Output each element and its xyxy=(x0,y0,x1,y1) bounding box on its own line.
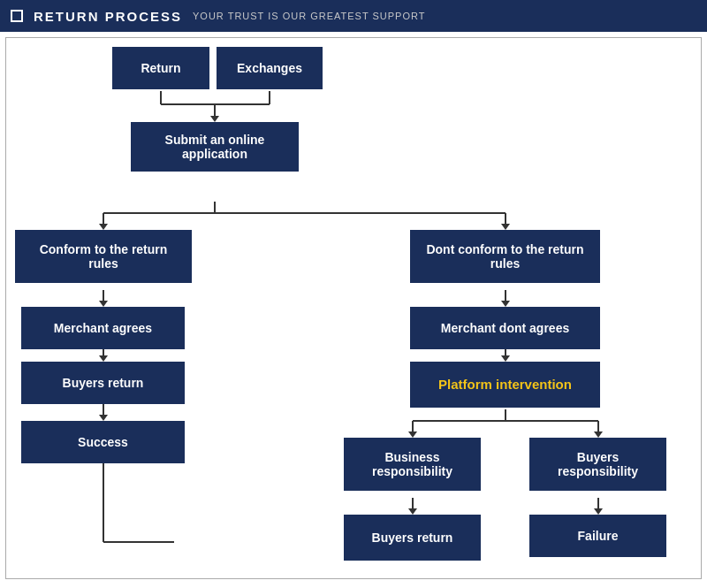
buyers-return-label: Buyers return xyxy=(21,362,185,404)
return-label: Return xyxy=(112,47,209,89)
svg-marker-32 xyxy=(594,508,603,515)
header-subtitle: YOUR TRUST IS OUR GREATEST SUPPORT xyxy=(193,11,425,21)
buyers-return-box: Buyers return xyxy=(21,362,185,404)
submit-box: Submit an online application xyxy=(131,122,299,172)
header-title: RETURN PROCESS xyxy=(34,9,182,24)
exchanges-label: Exchanges xyxy=(217,47,323,89)
svg-marker-14 xyxy=(99,355,108,362)
success-box: Success xyxy=(21,421,185,463)
header: RETURN PROCESS YOUR TRUST IS OUR GREATES… xyxy=(0,0,707,32)
buyers-resp-box: Buyers responsibility xyxy=(529,438,666,491)
buyers-resp-label: Buyers responsibility xyxy=(529,438,666,491)
svg-marker-26 xyxy=(408,431,417,438)
svg-marker-4 xyxy=(210,116,219,122)
svg-marker-30 xyxy=(408,508,417,515)
platform-label: Platform intervention xyxy=(438,376,572,393)
merchant-agrees-box: Merchant agrees xyxy=(21,307,185,349)
exchanges-box: Exchanges xyxy=(217,47,323,89)
dont-conform-label: Dont conform to the return rules xyxy=(410,230,600,283)
svg-marker-22 xyxy=(501,355,510,362)
business-resp-box: Business responsibility xyxy=(344,438,481,491)
submit-label: Submit an online application xyxy=(131,122,299,172)
dont-conform-box: Dont conform to the return rules xyxy=(410,230,600,283)
buyers-return2-label: Buyers return xyxy=(344,515,481,561)
merchant-dont-box: Merchant dont agrees xyxy=(410,307,600,349)
success-label: Success xyxy=(21,421,185,463)
failure-label: Failure xyxy=(529,515,666,557)
svg-marker-16 xyxy=(99,415,108,421)
merchant-agrees-label: Merchant agrees xyxy=(21,307,185,349)
svg-marker-28 xyxy=(594,431,603,438)
merchant-dont-label: Merchant dont agrees xyxy=(410,307,600,349)
conform-box: Conform to the return rules xyxy=(15,230,192,283)
header-icon xyxy=(11,10,23,22)
business-resp-label: Business responsibility xyxy=(344,438,481,491)
buyers-return2-box: Buyers return xyxy=(344,515,481,561)
platform-box: Platform intervention xyxy=(410,362,600,408)
conform-label: Conform to the return rules xyxy=(15,230,192,283)
svg-marker-8 xyxy=(99,224,108,230)
svg-marker-10 xyxy=(501,224,510,230)
svg-marker-12 xyxy=(99,301,108,307)
svg-marker-20 xyxy=(501,301,510,307)
return-box: Return xyxy=(112,47,209,89)
failure-box: Failure xyxy=(529,515,666,557)
